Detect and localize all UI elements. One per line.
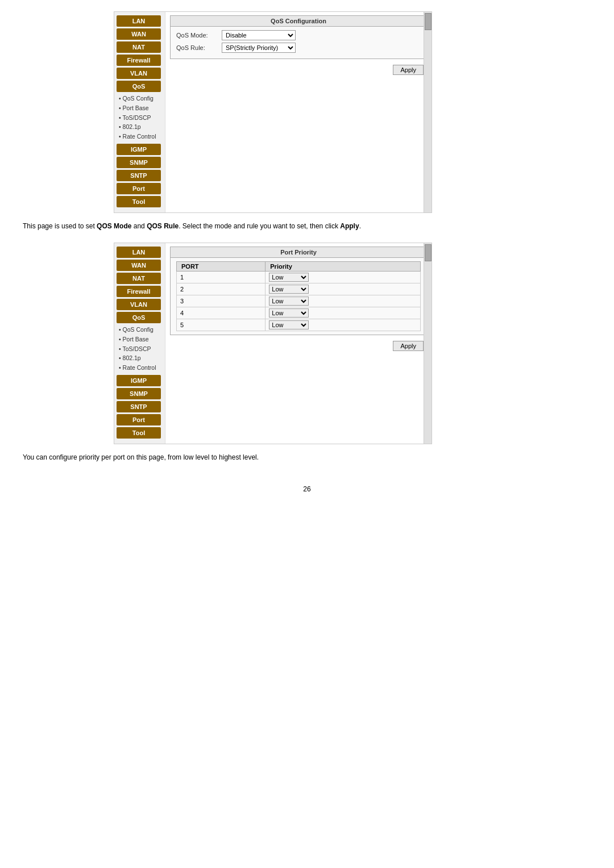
port-number-3: 3 (177, 295, 265, 307)
sidebar-btn-nat-2[interactable]: NAT (117, 273, 161, 284)
sidebar-btn-tool-1[interactable]: Tool (117, 196, 161, 207)
priority-select-3[interactable]: LowNormalMediumHigh (269, 297, 309, 306)
sidebar-btn-qos-1[interactable]: QoS (117, 81, 161, 92)
qos-config-title: QoS Configuration (171, 16, 426, 27)
description-1: This page is used to set QOS Mode and QO… (23, 221, 421, 231)
priority-select-5[interactable]: LowNormalMediumHigh (269, 320, 309, 329)
qos-config-box: QoS Configuration QoS Mode: Disable Enab… (170, 15, 427, 59)
priority-cell-3: LowNormalMediumHigh (265, 295, 421, 307)
priority-cell-2: LowNormalMediumHigh (265, 283, 421, 295)
sidebar-btn-wan-2[interactable]: WAN (117, 260, 161, 271)
panel-outer-2: LAN WAN NAT Firewall VLAN QoS QoS Config… (114, 243, 432, 444)
sidebar-btn-snmp-1[interactable]: SNMP (117, 157, 161, 168)
sidebar-btn-port-1[interactable]: Port (117, 183, 161, 194)
section1: LAN WAN NAT Firewall VLAN QoS QoS Config… (23, 11, 591, 231)
submenu-8021p-2[interactable]: 802.1p (119, 353, 163, 363)
page-number: 26 (23, 485, 591, 493)
sidebar-btn-lan-2[interactable]: LAN (117, 247, 161, 258)
sidebar-btn-wan-1[interactable]: WAN (117, 28, 161, 40)
qos-mode-label: QoS Mode: (176, 32, 222, 39)
table-row: 1 LowNormalMediumHigh (177, 271, 421, 283)
table-row: 4 LowNormalMediumHigh (177, 307, 421, 319)
priority-cell-1: LowNormalMediumHigh (265, 271, 421, 283)
apply-row-2: Apply (170, 339, 427, 353)
scrollbar-thumb-2 (425, 244, 432, 261)
port-number-1: 1 (177, 271, 265, 283)
qos-rule-label: QoS Rule: (176, 44, 222, 51)
scrollbar-2[interactable] (424, 243, 432, 444)
sidebar-btn-vlan-2[interactable]: VLAN (117, 299, 161, 310)
port-priority-title: Port Priority (171, 247, 426, 258)
port-number-2: 2 (177, 283, 265, 295)
scrollbar-1[interactable] (424, 12, 432, 212)
priority-select-2[interactable]: LowNormalMediumHigh (269, 285, 309, 294)
table-row: 5 LowNormalMediumHigh (177, 319, 421, 331)
submenu-tosdscp-1[interactable]: ToS/DSCP (119, 113, 163, 123)
priority-select-4[interactable]: LowNormalMediumHigh (269, 308, 309, 318)
section2: LAN WAN NAT Firewall VLAN QoS QoS Config… (23, 243, 591, 462)
table-row: 2 LowNormalMediumHigh (177, 283, 421, 295)
submenu-qosconfig-2[interactable]: QoS Config (119, 325, 163, 335)
sidebar-btn-firewall-1[interactable]: Firewall (117, 55, 161, 66)
submenu-qosconfig-1[interactable]: QoS Config (119, 94, 163, 103)
panel-wrapper-2: LAN WAN NAT Firewall VLAN QoS QoS Config… (23, 243, 591, 444)
panel-inner-1: LAN WAN NAT Firewall VLAN QoS QoS Config… (114, 12, 432, 212)
sidebar-btn-igmp-2[interactable]: IGMP (117, 375, 161, 386)
sidebar-btn-sntp-1[interactable]: SNTP (117, 170, 161, 181)
submenu-portbase-2[interactable]: Port Base (119, 335, 163, 344)
content-area-1: QoS Configuration QoS Mode: Disable Enab… (165, 12, 432, 212)
submenu-ratecontrol-1[interactable]: Rate Control (119, 132, 163, 141)
description-2: You can configure priority per port on t… (23, 452, 421, 462)
sidebar-btn-firewall-2[interactable]: Firewall (117, 286, 161, 297)
port-number-4: 4 (177, 307, 265, 319)
sidebar-submenu-2: QoS Config Port Base ToS/DSCP 802.1p Rat… (119, 325, 163, 373)
scrollbar-thumb-1 (425, 13, 432, 30)
submenu-8021p-1[interactable]: 802.1p (119, 122, 163, 132)
submenu-ratecontrol-2[interactable]: Rate Control (119, 363, 163, 373)
qos-mode-row: QoS Mode: Disable Enable (176, 30, 421, 40)
sidebar-btn-vlan-1[interactable]: VLAN (117, 68, 161, 79)
panel-outer-1: LAN WAN NAT Firewall VLAN QoS QoS Config… (114, 11, 432, 213)
qos-mode-select[interactable]: Disable Enable (222, 30, 296, 40)
port-priority-table: PORT Priority 1 LowN (176, 261, 421, 331)
sidebar-btn-nat-1[interactable]: NAT (117, 41, 161, 53)
panel-inner-2: LAN WAN NAT Firewall VLAN QoS QoS Config… (114, 243, 432, 444)
port-number-5: 5 (177, 319, 265, 331)
panel-wrapper-1: LAN WAN NAT Firewall VLAN QoS QoS Config… (23, 11, 591, 213)
qos-config-body: QoS Mode: Disable Enable QoS Rule: SP(St… (171, 27, 426, 59)
submenu-tosdscp-2[interactable]: ToS/DSCP (119, 344, 163, 354)
content-area-2: Port Priority PORT Priority (165, 243, 432, 444)
apply-button-2[interactable]: Apply (393, 341, 424, 351)
priority-select-1[interactable]: LowNormalMediumHigh (269, 273, 309, 282)
sidebar-btn-lan-1[interactable]: LAN (117, 15, 161, 27)
apply-row-1: Apply (170, 62, 427, 77)
priority-cell-5: LowNormalMediumHigh (265, 319, 421, 331)
apply-button-1[interactable]: Apply (393, 65, 424, 75)
sidebar-btn-qos-2[interactable]: QoS (117, 312, 161, 323)
sidebar-2: LAN WAN NAT Firewall VLAN QoS QoS Config… (114, 243, 165, 444)
submenu-portbase-1[interactable]: Port Base (119, 103, 163, 113)
priority-col-header: Priority (265, 261, 421, 271)
sidebar-btn-port-2[interactable]: Port (117, 414, 161, 425)
qos-rule-row: QoS Rule: SP(Strictly Priority) (176, 43, 421, 53)
sidebar-btn-sntp-2[interactable]: SNTP (117, 401, 161, 412)
sidebar-btn-snmp-2[interactable]: SNMP (117, 388, 161, 399)
port-priority-box: Port Priority PORT Priority (170, 247, 427, 335)
port-priority-body: PORT Priority 1 LowN (171, 258, 426, 335)
sidebar-btn-igmp-1[interactable]: IGMP (117, 144, 161, 155)
sidebar-submenu-1: QoS Config Port Base ToS/DSCP 802.1p Rat… (119, 94, 163, 141)
sidebar-btn-tool-2[interactable]: Tool (117, 427, 161, 439)
qos-rule-select[interactable]: SP(Strictly Priority) (222, 43, 296, 53)
sidebar-1: LAN WAN NAT Firewall VLAN QoS QoS Config… (114, 12, 165, 212)
priority-cell-4: LowNormalMediumHigh (265, 307, 421, 319)
table-row: 3 LowNormalMediumHigh (177, 295, 421, 307)
port-col-header: PORT (177, 261, 265, 271)
